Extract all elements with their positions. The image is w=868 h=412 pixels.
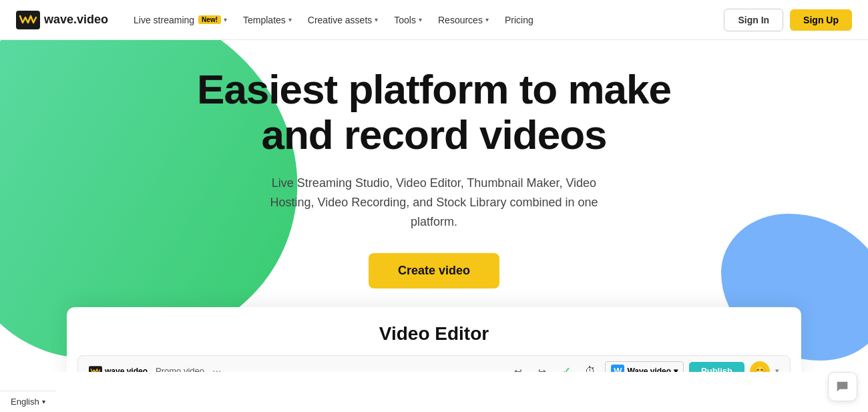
nav-item-pricing[interactable]: Pricing	[498, 11, 540, 29]
brand-chevron-icon: ▾	[674, 367, 678, 372]
logo[interactable]: wave.video	[16, 11, 108, 29]
hero-section: Easiest platform to make and record vide…	[0, 40, 868, 372]
nav-right: Sign In Sign Up	[724, 9, 852, 31]
timer-button[interactable]: ⏱	[581, 362, 600, 372]
nav-item-live-streaming[interactable]: Live streaming New! ▾	[127, 11, 234, 29]
chat-button[interactable]	[828, 372, 857, 401]
nav-label-pricing: Pricing	[505, 15, 533, 25]
brand-label: Wave.video	[627, 367, 671, 372]
logo-text: wave.video	[44, 13, 108, 27]
wave-w-icon: W	[611, 365, 624, 372]
editor-toolbar-icons: ↩ ↪ ✓ ⏱ W Wave.video ▾ Publish 😊 ▾	[509, 361, 779, 372]
editor-section: Video Editor wave.video Promo video ··· …	[67, 307, 801, 372]
svg-rect-0	[16, 11, 40, 29]
chat-icon	[835, 379, 850, 394]
editor-tab-name[interactable]: Promo video	[156, 366, 204, 372]
nav-label-resources: Resources	[438, 15, 483, 25]
undo-button[interactable]: ↩	[509, 362, 527, 372]
chevron-icon-tools: ▾	[419, 16, 422, 23]
check-button[interactable]: ✓	[557, 362, 576, 372]
editor-toolbar: wave.video Promo video ··· ↩ ↪ ✓ ⏱ W Wav…	[77, 355, 791, 372]
language-selector[interactable]: English ▾	[0, 391, 56, 412]
chevron-icon-resources: ▾	[485, 16, 489, 23]
nav-item-creative-assets[interactable]: Creative assets ▾	[301, 11, 385, 29]
hero-subtitle: Live Streaming Studio, Video Editor, Thu…	[260, 174, 608, 231]
emoji-button[interactable]: 😊	[750, 361, 770, 372]
redo-button[interactable]: ↪	[533, 362, 552, 372]
signup-button[interactable]: Sign Up	[790, 9, 852, 31]
chevron-icon-templates: ▾	[288, 16, 292, 23]
chevron-icon-creative: ▾	[375, 16, 378, 23]
emoji-chevron-icon: ▾	[775, 367, 779, 372]
signin-button[interactable]: Sign In	[724, 9, 783, 31]
language-chevron-icon: ▾	[42, 398, 45, 405]
nav-label-templates: Templates	[243, 15, 286, 25]
hero-title: Easiest platform to make and record vide…	[167, 67, 701, 158]
editor-logo: wave.video	[89, 366, 148, 372]
language-label: English	[11, 397, 39, 407]
editor-logo-text: wave.video	[105, 367, 148, 372]
nav-item-templates[interactable]: Templates ▾	[236, 11, 298, 29]
nav-label-creative-assets: Creative assets	[308, 15, 372, 25]
editor-section-title: Video Editor	[67, 323, 801, 345]
nav-label-live-streaming: Live streaming	[134, 15, 194, 25]
brand-selector[interactable]: W Wave.video ▾	[605, 361, 684, 372]
chevron-icon-live: ▾	[224, 16, 227, 23]
nav-item-tools[interactable]: Tools ▾	[387, 11, 429, 29]
nav-links: Live streaming New! ▾ Templates ▾ Creati…	[127, 11, 724, 29]
hero-content: Easiest platform to make and record vide…	[13, 67, 855, 288]
editor-more-options[interactable]: ···	[212, 365, 221, 372]
nav-item-resources[interactable]: Resources ▾	[431, 11, 495, 29]
publish-button[interactable]: Publish	[689, 362, 744, 372]
new-badge: New!	[198, 15, 221, 24]
navbar: wave.video Live streaming New! ▾ Templat…	[0, 0, 868, 40]
create-video-button[interactable]: Create video	[369, 253, 499, 288]
logo-icon	[16, 11, 40, 29]
nav-label-tools: Tools	[394, 15, 416, 25]
editor-logo-icon	[89, 366, 102, 372]
